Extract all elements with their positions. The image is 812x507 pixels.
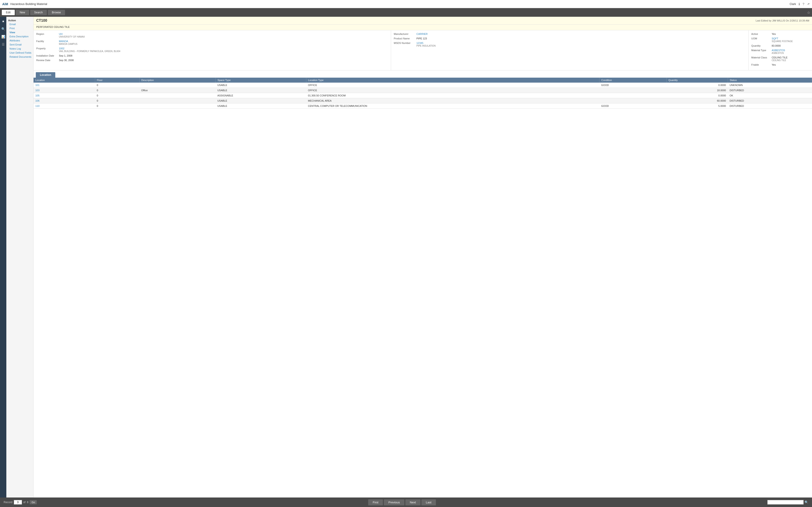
content-area: CT100 Last Edited by JIM WILLIS On 2/28/…	[34, 17, 812, 498]
info-icon[interactable]: ℹ	[799, 2, 800, 6]
sidebar-item-extra-description[interactable]: Extra Description	[6, 35, 33, 39]
sidebar-icon-search[interactable]: 🔍	[0, 26, 6, 32]
col-floor: Floor	[95, 78, 139, 82]
table-row: 110 0 USABLE CENTRAL COMPUTER OR TELECOM…	[34, 103, 812, 109]
product-name-label: Product Name	[394, 37, 416, 40]
msds-number-row: MSDS Number 12345 PIPE INSULATION	[394, 42, 746, 47]
cell-quantity: 5.0000	[667, 103, 728, 109]
region-name: UNIVERSITY OF HAWAII	[59, 36, 85, 38]
bottom-search-button[interactable]: 🔍	[805, 500, 808, 504]
sidebar-item-related-documents[interactable]: Related Documents	[6, 55, 33, 59]
sidebar-item-sent-email[interactable]: Sent Email	[6, 43, 33, 47]
help-icon[interactable]: ?	[803, 2, 804, 6]
location-link[interactable]: 110	[35, 105, 39, 107]
location-link[interactable]: 101	[35, 84, 39, 87]
cell-status: UNKNOWN	[728, 82, 812, 88]
quantity-value: 83.0000	[772, 44, 781, 47]
bottom-search-input[interactable]	[767, 500, 804, 505]
sidebar-item-email[interactable]: Email	[6, 22, 33, 26]
nav-buttons: First Previous Next Last	[368, 499, 436, 505]
sidebar-icon-star[interactable]: ★	[1, 18, 6, 24]
first-button[interactable]: First	[368, 499, 383, 505]
next-button[interactable]: Next	[405, 499, 420, 505]
msds-number-link[interactable]: 12345	[416, 42, 436, 44]
col-location: Location	[34, 78, 95, 82]
location-table: Location Floor Description Space Type Lo…	[34, 78, 812, 109]
uom-label: UOM	[751, 37, 772, 40]
material-class-row: Material Class CEILING TILE CEILING TILE	[751, 56, 809, 62]
uom-row: UOM SQFT SQUARE FOOTAGE	[751, 37, 809, 43]
sidebar-section-action[interactable]: Action	[6, 18, 33, 22]
installation-date-value: Sep 1, 2008	[59, 54, 72, 57]
edit-button[interactable]: Edit	[2, 10, 15, 15]
search-button[interactable]: Search	[30, 10, 47, 15]
active-label: Active	[751, 33, 772, 35]
favorite-star-icon[interactable]: ☆	[807, 10, 810, 15]
product-name-value: PIPE 123	[416, 37, 427, 40]
facility-value-group: MANOA MANOA CAMPUS	[59, 40, 78, 45]
sidebar-item-notes-log[interactable]: Notes Log	[6, 47, 33, 51]
msds-value-group: 12345 PIPE INSULATION	[416, 42, 436, 47]
record-label: Record	[4, 501, 12, 504]
sidebar-icon-menu[interactable]: ☰	[1, 42, 6, 47]
sidebar-item-user-defined-fields[interactable]: User Defined Fields	[6, 51, 33, 55]
table-row: 105 0 ASSIGNABLE 01.300.50 CONFERENCE RO…	[34, 93, 812, 98]
app-title: Hazardous Building Material	[10, 2, 790, 6]
review-date-value: Sep 30, 2008	[59, 59, 73, 62]
location-table-body: 101 0 USABLE OFFICE GOOD 0.0000 UNKNOWN …	[34, 82, 812, 109]
region-code-link[interactable]: UH	[59, 33, 85, 35]
material-type-link[interactable]: ASBESTOS	[772, 49, 785, 52]
location-tab[interactable]: Location	[36, 72, 55, 78]
installation-date-row: Installation Date Sep 1, 2008	[36, 54, 388, 57]
col-location-type: Location Type	[306, 78, 599, 82]
cell-floor: 0	[95, 98, 139, 103]
bottom-bar: Record of 8 Go First Previous Next Last …	[0, 498, 812, 507]
cell-space-type: USABLE	[215, 82, 306, 88]
uom-desc: SQUARE FOOTAGE	[772, 40, 793, 43]
record-last-edited: Last Edited by JIM WILLIS On 2/28/11 10:…	[756, 19, 809, 22]
manufacturer-value-link[interactable]: CARRIER	[416, 33, 428, 35]
cell-description	[139, 103, 215, 109]
user-name: Clark	[790, 2, 796, 6]
sidebar-item-attributes[interactable]: Attributes	[6, 39, 33, 43]
cell-condition: GOOD	[600, 82, 667, 88]
location-link[interactable]: 106	[35, 99, 39, 102]
msds-number-label: MSDS Number	[394, 42, 416, 44]
region-row: Region UH UNIVERSITY OF HAWAII	[36, 33, 388, 38]
friable-label: Friable	[751, 63, 772, 66]
cell-floor: 0	[95, 103, 139, 109]
sidebar-item-print[interactable]: Print	[6, 26, 33, 30]
location-table-header: Location Floor Description Space Type Lo…	[34, 78, 812, 82]
cell-location: 110	[34, 103, 95, 109]
cell-quantity: 18.0000	[667, 88, 728, 93]
logout-icon[interactable]: ⬏	[807, 2, 810, 6]
browse-button[interactable]: Browse	[48, 10, 65, 15]
facility-code-link[interactable]: MANOA	[59, 40, 78, 43]
region-value-group: UH UNIVERSITY OF HAWAII	[59, 33, 85, 38]
property-label: Property	[36, 47, 59, 50]
quantity-label: Quantity	[751, 44, 772, 47]
material-class-desc: CEILING TILE	[772, 59, 788, 62]
last-button[interactable]: Last	[421, 499, 436, 505]
location-link[interactable]: 105	[35, 94, 39, 97]
uom-value-link[interactable]: SQFT	[772, 37, 793, 40]
sidebar-icon-chart[interactable]: 📊	[0, 34, 6, 39]
cell-floor: 0	[95, 93, 139, 98]
record-number-input[interactable]	[14, 500, 22, 505]
property-value-group: 1002 VAIL BUILDING - FORMERLY PAPAKOLEA,…	[59, 47, 120, 53]
property-code-link[interactable]: 1002	[59, 47, 120, 50]
region-label: Region	[36, 33, 59, 35]
go-button[interactable]: Go	[30, 500, 37, 504]
cell-location: 101	[34, 82, 95, 88]
new-button[interactable]: New	[16, 10, 29, 15]
previous-button[interactable]: Previous	[384, 499, 404, 505]
material-class-value-group: CEILING TILE CEILING TILE	[772, 56, 788, 62]
cell-space-type: USABLE	[215, 88, 306, 93]
location-link[interactable]: 103	[35, 89, 39, 92]
product-name-row: Product Name PIPE 123	[394, 37, 746, 40]
material-type-label: Material Type	[751, 49, 772, 52]
location-section: Location Location Floor Description Spac…	[34, 70, 812, 109]
sidebar-item-view[interactable]: View	[6, 30, 33, 35]
cell-condition	[600, 88, 667, 93]
cell-condition	[600, 93, 667, 98]
